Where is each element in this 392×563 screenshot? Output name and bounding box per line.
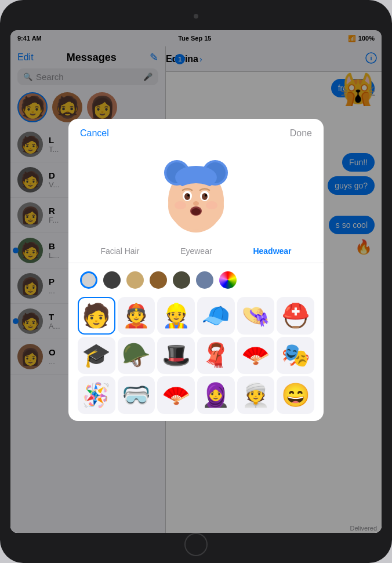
svg-point-18 <box>191 208 201 215</box>
hat-face-11: 🎭 <box>281 342 310 369</box>
hat-face-14: 🪭 <box>162 382 191 409</box>
hat-face-8: 🎩 <box>162 342 191 369</box>
tab-eyewear[interactable]: Eyewear <box>176 244 216 258</box>
hat-face-15: 🧕 <box>201 382 230 409</box>
hat-item-1[interactable]: 👲 <box>118 297 155 335</box>
color-swatches <box>68 263 324 295</box>
hat-face-17: 😄 <box>281 382 310 409</box>
color-swatch-multicolor[interactable] <box>219 271 237 289</box>
hat-item-9[interactable]: 🧣 <box>197 337 235 375</box>
hat-item-none[interactable]: 🧑 <box>78 297 115 335</box>
tab-headwear[interactable]: Headwear <box>248 244 296 258</box>
hat-item-7[interactable]: 🪖 <box>118 337 155 375</box>
hat-item-14[interactable]: 🪭 <box>157 376 195 414</box>
modal-header: Cancel Done <box>68 119 324 139</box>
hat-face-2: 👷 <box>162 302 191 329</box>
svg-point-16 <box>193 201 199 206</box>
svg-point-13 <box>202 193 208 200</box>
svg-point-15 <box>205 194 207 197</box>
svg-point-14 <box>187 194 190 197</box>
hat-item-15[interactable]: 🧕 <box>197 376 235 414</box>
memoji-editor-modal: Cancel Done <box>68 119 324 421</box>
svg-point-20 <box>206 201 217 209</box>
ipad-screen: 9:41 AM Tue Sep 15 📶 100% Edit Messages … <box>10 30 382 533</box>
svg-point-12 <box>184 193 190 200</box>
hat-face-3: 🧢 <box>201 302 230 329</box>
hat-item-2[interactable]: 👷 <box>157 297 195 335</box>
tab-facial-hair[interactable]: Facial Hair <box>96 244 144 258</box>
hat-item-5[interactable]: ⛑️ <box>277 297 314 335</box>
hat-face-5: ⛑️ <box>281 302 310 329</box>
hat-item-3[interactable]: 🧢 <box>197 297 235 335</box>
hat-face-10: 🪭 <box>241 342 270 369</box>
hat-item-17[interactable]: 😄 <box>277 376 314 414</box>
hat-face-6: 🎓 <box>82 342 111 369</box>
hat-item-10[interactable]: 🪭 <box>237 337 275 375</box>
done-button[interactable]: Done <box>290 128 312 139</box>
cancel-button[interactable]: Cancel <box>80 128 109 139</box>
hat-face-1: 👲 <box>122 302 151 329</box>
color-swatch-1[interactable] <box>103 271 121 289</box>
modal-overlay: Cancel Done <box>10 30 382 533</box>
color-swatch-4[interactable] <box>173 271 190 289</box>
hat-grid: 🧑 👲 👷 🧢 👒 ⛑️ <box>68 295 324 421</box>
home-button[interactable] <box>184 533 208 556</box>
color-swatch-5[interactable] <box>196 271 213 289</box>
color-swatch-3[interactable] <box>150 271 167 289</box>
memoji-preview <box>68 139 324 237</box>
hat-item-13[interactable]: 🥽 <box>118 376 155 414</box>
hat-face-16: 👳 <box>241 382 270 409</box>
color-swatch-0[interactable] <box>80 271 97 289</box>
hat-face-7: 🪖 <box>122 342 151 369</box>
hat-face-0: 🧑 <box>82 302 111 329</box>
hat-item-4[interactable]: 👒 <box>237 297 275 335</box>
hat-item-8[interactable]: 🎩 <box>157 337 195 375</box>
category-tabs: Facial Hair Eyewear Headwear <box>68 239 324 263</box>
color-swatch-2[interactable] <box>126 271 144 289</box>
camera-dot <box>194 14 198 19</box>
hat-face-13: 🥽 <box>122 382 151 409</box>
hat-item-11[interactable]: 🎭 <box>277 337 314 375</box>
hat-item-6[interactable]: 🎓 <box>78 337 115 375</box>
hat-face-12: 🪅 <box>82 382 111 409</box>
ipad-frame: 9:41 AM Tue Sep 15 📶 100% Edit Messages … <box>0 0 392 563</box>
hat-face-4: 👒 <box>241 302 270 329</box>
hat-item-12[interactable]: 🪅 <box>78 376 115 414</box>
memoji-face-svg <box>153 143 239 233</box>
svg-point-19 <box>175 201 186 209</box>
hat-face-9: 🧣 <box>201 342 230 369</box>
hat-item-16[interactable]: 👳 <box>237 376 275 414</box>
